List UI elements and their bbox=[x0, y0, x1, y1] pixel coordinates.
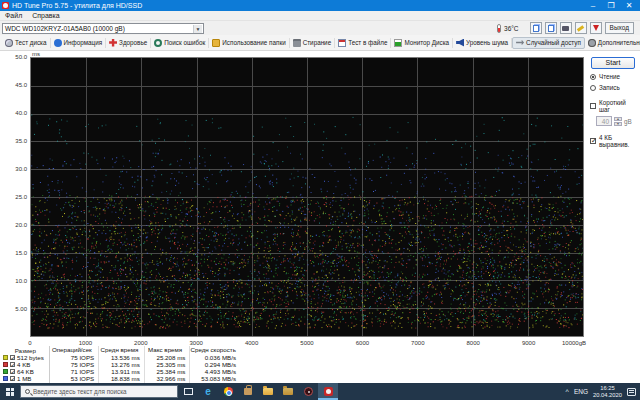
camera-app-button[interactable] bbox=[298, 383, 318, 400]
menu-bar: Файл Справка bbox=[0, 11, 640, 21]
table-row: 1 MB 53 IOPS 18.838 ms 32.966 ms 53.083 … bbox=[2, 375, 240, 382]
series-color-swatch bbox=[3, 369, 8, 374]
series-checkbox[interactable] bbox=[10, 369, 15, 374]
app-icon bbox=[2, 2, 9, 9]
file-explorer-icon bbox=[263, 388, 273, 395]
toolbar-button-erase[interactable]: Стирание bbox=[290, 38, 335, 48]
title-bar: HD Tune Pro 5.75 - утилита для HD/SSD – … bbox=[0, 0, 640, 11]
start-button[interactable]: Start bbox=[591, 57, 635, 69]
series-checkbox[interactable] bbox=[10, 376, 15, 381]
series-color-swatch bbox=[3, 355, 8, 360]
edge-button[interactable]: e bbox=[198, 383, 218, 400]
task-view-button[interactable] bbox=[178, 383, 198, 400]
maximize-button[interactable]: ❒ bbox=[602, 0, 620, 11]
highlight-button[interactable] bbox=[575, 22, 587, 34]
file-benchmark-icon bbox=[338, 39, 346, 47]
disk-test-icon bbox=[5, 39, 13, 47]
hidden-icons-chevron[interactable]: ^ bbox=[566, 388, 569, 395]
exit-button[interactable]: Выход bbox=[605, 22, 634, 34]
search-placeholder: Введите здесь текст для поиска bbox=[33, 388, 127, 395]
toolbar-button-info[interactable]: Информация bbox=[51, 38, 107, 48]
drive-temperature: 36°C bbox=[504, 25, 519, 32]
drive-select-value: WDC WD102KRYZ-01A5AB0 (10000 gB) bbox=[5, 25, 125, 32]
drive-bar: WDC WD102KRYZ-01A5AB0 (10000 gB) ▼ 36°C … bbox=[0, 21, 640, 35]
x-tick-label: 10000gB bbox=[562, 340, 586, 346]
save-button[interactable] bbox=[590, 22, 602, 34]
close-button[interactable]: ✕ bbox=[620, 0, 638, 11]
camera-button[interactable] bbox=[560, 22, 572, 34]
camera-app-icon bbox=[304, 387, 313, 396]
y-tick-label: 25.0 bbox=[0, 194, 27, 200]
series-color-swatch bbox=[3, 362, 8, 367]
radio-icon bbox=[590, 85, 596, 91]
task-view-icon bbox=[184, 388, 193, 395]
copy-screenshot-button[interactable] bbox=[545, 22, 557, 34]
y-tick-label: 10.0 bbox=[0, 278, 27, 284]
thermometer-icon bbox=[497, 24, 501, 33]
menu-file[interactable]: Файл bbox=[5, 12, 22, 19]
series-checkbox[interactable] bbox=[10, 355, 15, 360]
chrome-icon bbox=[224, 387, 233, 396]
toolbar-button-disk-test[interactable]: Тест диска bbox=[2, 38, 51, 48]
checkbox-icon bbox=[590, 103, 596, 109]
action-center-icon[interactable] bbox=[627, 388, 636, 396]
hdtune-taskbar-button[interactable] bbox=[318, 383, 338, 400]
y-tick-label: 30.0 bbox=[0, 166, 27, 172]
stepper-down-icon[interactable]: ▼ bbox=[614, 122, 622, 126]
x-tick-label: 8000 bbox=[467, 340, 480, 346]
drive-select[interactable]: WDC WD102KRYZ-01A5AB0 (10000 gB) ▼ bbox=[2, 23, 204, 34]
toolbar-button-random-access[interactable]: Случайный доступ bbox=[512, 37, 585, 49]
folder-app-button[interactable] bbox=[278, 383, 298, 400]
copy-button[interactable] bbox=[530, 22, 542, 34]
short-stroke-size-stepper[interactable]: 40 ▲▼ gB bbox=[596, 116, 638, 126]
tray-date: 20.04.2020 bbox=[593, 392, 622, 398]
file-explorer-button[interactable] bbox=[258, 383, 278, 400]
table-row: 4 KB 75 IOPS 13.276 ms 25.305 ms 0.294 M… bbox=[2, 361, 240, 368]
short-stroke-checkbox[interactable]: Короткий шаг bbox=[590, 99, 638, 113]
toolbar-button-health[interactable]: Здоровье bbox=[106, 38, 151, 48]
menu-help[interactable]: Справка bbox=[32, 12, 59, 19]
taskbar-search[interactable]: Введите здесь текст для поиска bbox=[20, 385, 178, 398]
folder-usage-icon bbox=[212, 39, 220, 47]
stepper-unit: gB bbox=[624, 118, 632, 125]
search-icon bbox=[25, 389, 30, 394]
align-4kb-checkbox[interactable]: 4 КБ выравнив. bbox=[590, 134, 638, 148]
hd-tune-pro-window: HD Tune Pro 5.75 - утилита для HD/SSD – … bbox=[0, 0, 640, 400]
main-content: ms 50.045.040.035.030.025.020.015.010.05… bbox=[0, 51, 640, 383]
y-tick-label: 5.00 bbox=[0, 306, 27, 312]
windows-taskbar: Введите здесь текст для поиска e ^ ENG 1… bbox=[0, 383, 640, 400]
toolbar-button-extra-tests[interactable]: Дополнительные тесты bbox=[585, 38, 640, 48]
start-menu-button[interactable] bbox=[0, 383, 20, 400]
series-checkbox[interactable] bbox=[10, 362, 15, 367]
toolbar-button-noise-level[interactable]: Уровень шума bbox=[453, 38, 512, 48]
x-tick-label: 5000 bbox=[300, 340, 313, 346]
highlight-pen-icon bbox=[577, 25, 584, 31]
x-tick-label: 9000 bbox=[522, 340, 535, 346]
extra-tests-icon bbox=[588, 39, 596, 47]
stepper-value[interactable]: 40 bbox=[596, 116, 612, 126]
minimize-button[interactable]: – bbox=[584, 0, 602, 11]
language-indicator[interactable]: ENG bbox=[574, 388, 588, 395]
tray-clock[interactable]: 16:25 20.04.2020 bbox=[593, 385, 622, 398]
access-time-scatter-chart bbox=[30, 57, 584, 337]
x-tick-label: 4000 bbox=[245, 340, 258, 346]
system-tray: ^ ENG 16:25 20.04.2020 bbox=[566, 385, 640, 398]
read-radio[interactable]: Чтение bbox=[590, 73, 638, 80]
store-button[interactable] bbox=[238, 383, 258, 400]
tray-time: 16:25 bbox=[600, 385, 615, 391]
chevron-down-icon[interactable]: ▼ bbox=[193, 25, 202, 33]
radio-icon bbox=[590, 74, 596, 80]
x-tick-label: 7000 bbox=[411, 340, 424, 346]
toolbar-button-file-benchmark[interactable]: Тест в файле bbox=[335, 38, 391, 48]
toolbar-button-error-scan[interactable]: Поиск ошибок bbox=[151, 38, 209, 48]
stepper-up-icon[interactable]: ▲ bbox=[614, 117, 622, 121]
edge-icon: e bbox=[205, 387, 211, 397]
toolbar-button-folder-usage[interactable]: Использование папки bbox=[209, 38, 289, 48]
camera-icon bbox=[562, 26, 569, 31]
write-radio[interactable]: Запись bbox=[590, 84, 638, 91]
copy-screenshot-icon bbox=[548, 25, 554, 32]
disk-monitor-icon bbox=[394, 39, 402, 47]
chrome-button[interactable] bbox=[218, 383, 238, 400]
toolbar-button-disk-monitor[interactable]: Монитор Диска bbox=[391, 38, 453, 48]
y-tick-label: 15.0 bbox=[0, 250, 27, 256]
